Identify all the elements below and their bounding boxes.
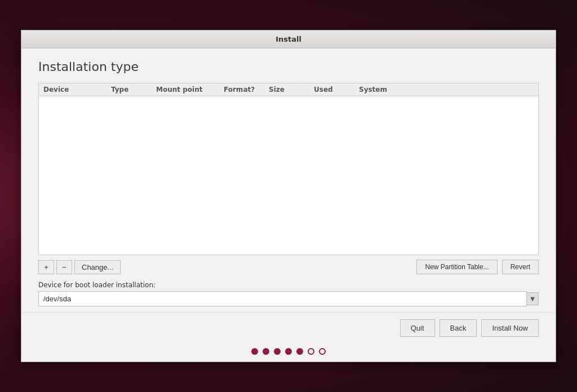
col-header-device: Device xyxy=(43,86,111,93)
toolbar: + − Change... New Partition Table... Rev… xyxy=(38,255,539,279)
bootloader-select[interactable]: /dev/sda xyxy=(38,291,527,306)
progress-dots xyxy=(21,344,556,362)
progress-dot-4 xyxy=(285,348,292,355)
add-partition-button[interactable]: + xyxy=(38,260,54,274)
revert-button[interactable]: Revert xyxy=(502,260,539,274)
progress-dot-3 xyxy=(274,348,281,355)
new-partition-table-button[interactable]: New Partition Table... xyxy=(416,260,497,274)
bootloader-section: Device for boot loader installation: /de… xyxy=(38,281,539,306)
install-now-button[interactable]: Install Now xyxy=(481,319,539,337)
bottom-bar: Quit Back Install Now xyxy=(21,312,556,344)
remove-partition-button[interactable]: − xyxy=(56,260,72,274)
bootloader-select-container: /dev/sda ▼ xyxy=(38,291,539,306)
right-buttons: New Partition Table... Revert xyxy=(416,260,539,274)
select-arrow-icon: ▼ xyxy=(527,292,539,305)
progress-dot-2 xyxy=(263,348,269,355)
col-header-mount: Mount point xyxy=(156,86,224,93)
change-partition-button[interactable]: Change... xyxy=(74,260,121,274)
back-button[interactable]: Back xyxy=(440,319,477,337)
progress-dot-7 xyxy=(319,348,326,355)
col-header-size: Size xyxy=(269,86,314,93)
window-body: Installation type Device Type Mount poin… xyxy=(21,48,556,362)
window-title: Install xyxy=(276,35,301,43)
partition-table-body xyxy=(39,96,538,255)
title-bar: Install xyxy=(21,30,556,48)
quit-button[interactable]: Quit xyxy=(400,319,435,337)
col-header-system: System xyxy=(359,86,427,93)
partition-table-container: Device Type Mount point Format? Size Use… xyxy=(38,83,539,255)
partition-table-header: Device Type Mount point Format? Size Use… xyxy=(39,83,538,96)
page-title: Installation type xyxy=(38,60,539,74)
progress-dot-6 xyxy=(308,348,314,355)
progress-dot-5 xyxy=(296,348,303,355)
col-header-format: Format? xyxy=(224,86,269,93)
col-header-used: Used xyxy=(314,86,359,93)
content-area: Installation type Device Type Mount poin… xyxy=(21,48,556,312)
progress-dot-1 xyxy=(251,348,258,355)
install-window: Install Installation type Device Type Mo… xyxy=(21,30,556,362)
col-header-type: Type xyxy=(111,86,156,93)
bootloader-label: Device for boot loader installation: xyxy=(38,281,539,289)
